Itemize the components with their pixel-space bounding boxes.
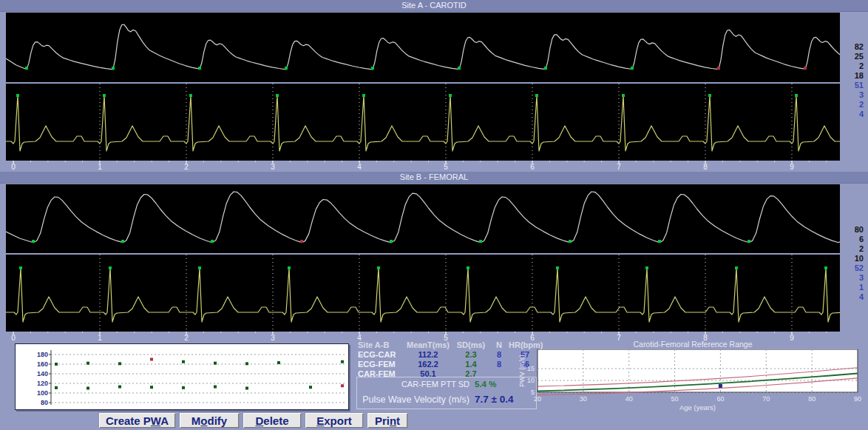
site-a-time-axis: 0123456789 (0, 161, 868, 172)
ref-x-tick: 60 (716, 395, 724, 403)
ref-x-tick: 70 (762, 395, 770, 403)
site-b-title-bar: Site B - FEMORAL (0, 172, 868, 184)
signal-value: 80 (841, 225, 864, 235)
time-axis-label: 0 (11, 163, 16, 171)
site-b-title: Site B - FEMORAL (400, 172, 468, 181)
carotid-waveform (6, 13, 840, 82)
row-label: ECG-FEM (355, 360, 404, 369)
pwv-analysis-screen: Site A - CAROTID 0123456789 822521851324… (0, 0, 868, 430)
femoral-waveform (6, 184, 840, 253)
time-axis-label: 6 (530, 163, 535, 171)
trend-y-tick: 120 (37, 380, 48, 387)
ref-x-tick: 90 (854, 395, 861, 403)
trend-y-tick: 140 (37, 370, 48, 377)
signal-value: 51 (841, 81, 864, 90)
signal-value: 2 (841, 244, 864, 254)
ref-x-tick: 30 (580, 395, 587, 403)
reference-chart-title: Carotid-Femoral Reference Range (518, 340, 868, 349)
time-axis-label: 7 (617, 163, 621, 171)
time-axis-label: 2 (184, 334, 189, 342)
col-header-site: Site A-B (355, 340, 404, 350)
col-header-n: N (489, 340, 509, 350)
reference-range-chart: 510152030405060708090Age (years)PWV (m/s… (518, 349, 868, 413)
site-a-title: Site A - CAROTID (401, 1, 466, 10)
ref-x-tick: 80 (808, 395, 816, 403)
results-box: CAR-FEM PTT SD 5.4 % Pulse Wave Velocity… (356, 377, 537, 409)
site-b-ecg-panel (6, 255, 840, 332)
ref-y-tick: 15 (527, 365, 535, 372)
signal-value: 4 (841, 110, 864, 119)
ref-x-tick: 40 (625, 395, 633, 403)
print-button[interactable]: Print (367, 412, 408, 429)
signal-value: 3 (841, 273, 864, 283)
site-b-pressure-panel (6, 184, 840, 253)
create-pwa-button[interactable]: Create PWA (98, 412, 176, 429)
signal-value: 52 (841, 263, 864, 273)
time-axis-label: 1 (98, 334, 102, 342)
signal-value: 4 (841, 292, 864, 302)
trend-y-tick: 160 (37, 360, 48, 368)
site-a-signal-values: 822521851324 (841, 42, 864, 119)
delete-button[interactable]: Delete (243, 412, 302, 429)
ref-x-tick: 50 (671, 395, 679, 403)
ptt-sd-value: 5.4 % (475, 380, 496, 389)
ptt-sd-label: CAR-FEM PTT SD (357, 380, 469, 389)
trend-y-tick: 100 (37, 389, 48, 397)
sd-value: 1.4 (452, 360, 489, 369)
site-a-ecg-panel (6, 84, 840, 161)
site-b-signal-values: 80621052314 (841, 225, 864, 302)
time-axis-label: 3 (271, 334, 275, 342)
time-axis-label: 1 (98, 163, 102, 171)
stats-table: Site A-B MeanT(ms) SD(ms) N HR(bpm) ECG-… (355, 340, 541, 379)
n-value: 8 (489, 350, 509, 360)
export-button[interactable]: Export (305, 412, 364, 429)
site-a-pressure-panel (6, 13, 840, 82)
pwv-value: 7.7 ± 0.4 (475, 394, 513, 405)
signal-value: 25 (841, 52, 864, 61)
signal-value: 6 (841, 235, 864, 244)
signal-value: 2 (841, 61, 864, 71)
trend-y-tick: 180 (37, 351, 48, 358)
time-axis-label: 9 (790, 163, 794, 171)
meant-value: 162.2 (404, 360, 452, 369)
site-a-title-bar: Site A - CAROTID (0, 0, 868, 12)
site-a-ecg-waveform (6, 84, 840, 161)
ref-x-axis-label: Age (years) (679, 403, 716, 411)
signal-value: 3 (841, 90, 864, 100)
time-axis-label: 4 (357, 163, 362, 171)
button-bar: Create PWA Modify Delete Export Print (98, 412, 411, 429)
col-header-sd: SD(ms) (452, 340, 489, 350)
pwv-label: Pulse Wave Velocity (m/s) (357, 394, 469, 405)
patient-point (719, 384, 722, 388)
time-axis-label: 8 (703, 163, 708, 171)
time-axis-label: 5 (444, 163, 448, 171)
ref-y-axis-label: PWV (m/s) (518, 355, 526, 387)
ref-x-tick: 20 (534, 395, 541, 403)
col-header-meant: MeanT(ms) (404, 340, 452, 350)
signal-value: 82 (841, 42, 864, 52)
time-axis-label: 0 (11, 334, 16, 342)
modify-button[interactable]: Modify (179, 412, 240, 429)
time-axis-label: 2 (184, 163, 189, 171)
beat-interval-trend-chart: 18016014012010080 (15, 343, 349, 410)
time-axis-label: 3 (271, 163, 275, 171)
site-b-ecg-waveform (6, 255, 840, 332)
meant-value: 112.2 (404, 350, 452, 360)
signal-value: 10 (841, 254, 864, 263)
signal-value: 18 (841, 71, 864, 81)
ref-y-tick: 10 (527, 377, 535, 384)
signal-value: 2 (841, 100, 864, 110)
trend-y-tick: 80 (41, 399, 48, 406)
row-label: ECG-CAR (355, 350, 404, 360)
signal-value: 1 (841, 283, 864, 292)
n-value: 8 (489, 360, 509, 369)
sd-value: 2.3 (452, 350, 489, 360)
